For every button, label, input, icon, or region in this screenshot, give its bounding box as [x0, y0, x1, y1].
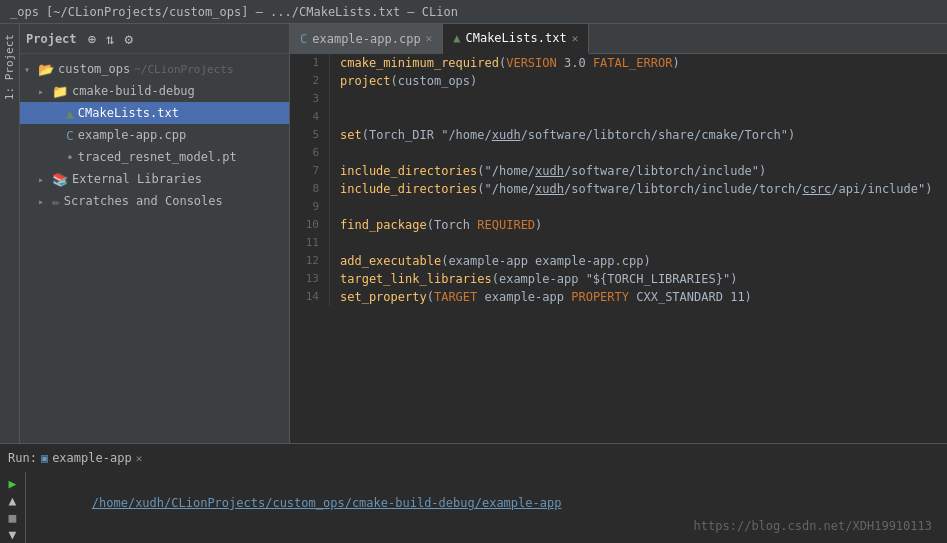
code-line-11: 11	[290, 234, 947, 252]
tree-label-cmakelists: CMakeLists.txt	[78, 106, 179, 120]
line-number-1: 1	[290, 54, 330, 72]
code-line-6: 6	[290, 144, 947, 162]
code-line-5: 5set(Torch_DIR "/home/xudh/software/libt…	[290, 126, 947, 144]
line-number-2: 2	[290, 72, 330, 90]
tree-label-custom_ops_root: custom_ops	[58, 62, 130, 76]
tree-arrow-cmake_build_debug: ▸	[38, 86, 52, 97]
run-tab-close[interactable]: ✕	[136, 452, 143, 465]
tree-item-scratches[interactable]: ▸✏Scratches and Consoles	[20, 190, 289, 212]
tree-label-external_libraries: External Libraries	[72, 172, 202, 186]
project-tab-label: 1: Project	[3, 34, 16, 100]
code-line-12: 12add_executable(example-app example-app…	[290, 252, 947, 270]
line-content-10: find_package(Torch REQUIRED)	[340, 216, 542, 234]
run-stop-button[interactable]: ■	[5, 510, 21, 525]
tab-bar: C example-app.cpp ✕ ▲ CMakeLists.txt ✕	[290, 24, 947, 54]
tree-icon-scratches: ✏	[52, 194, 60, 209]
tab-close-cmakelists_tab[interactable]: ✕	[572, 32, 579, 45]
code-line-3: 3	[290, 90, 947, 108]
collapse-icon[interactable]: ⇅	[103, 29, 117, 49]
line-number-10: 10	[290, 216, 330, 234]
tree-icon-traced_resnet: •	[66, 150, 74, 165]
tree-icon-external_libraries: 📚	[52, 172, 68, 187]
line-number-12: 12	[290, 252, 330, 270]
project-tree: ▾📂custom_ops~/CLionProjects▸📁cmake-build…	[20, 54, 289, 443]
line-number-11: 11	[290, 234, 330, 252]
tab-close-example_app_tab[interactable]: ✕	[426, 32, 433, 45]
run-play-button[interactable]: ▶	[5, 476, 21, 491]
gear-icon[interactable]: ⚙	[121, 29, 135, 49]
line-content-1: cmake_minimum_required(VERSION 3.0 FATAL…	[340, 54, 680, 72]
tab-icon-example_app_tab: C	[300, 32, 307, 46]
title-bar: _ops [~/CLionProjects/custom_ops] – .../…	[0, 0, 947, 24]
sync-icon[interactable]: ⊕	[85, 29, 99, 49]
tree-label-cmake_build_debug: cmake-build-debug	[72, 84, 195, 98]
line-content-7: include_directories("/home/xudh/software…	[340, 162, 766, 180]
tree-item-custom_ops_root[interactable]: ▾📂custom_ops~/CLionProjects	[20, 58, 289, 80]
title-text: _ops [~/CLionProjects/custom_ops] – .../…	[10, 5, 458, 19]
project-toolbar: Project ⊕ ⇅ ⚙	[20, 24, 289, 54]
run-text: Run:	[8, 451, 37, 465]
tree-sublabel-custom_ops_root: ~/CLionProjects	[134, 63, 233, 76]
line-content-5: set(Torch_DIR "/home/xudh/software/libto…	[340, 126, 795, 144]
tree-item-external_libraries[interactable]: ▸📚External Libraries	[20, 168, 289, 190]
code-line-13: 13target_link_libraries(example-app "${T…	[290, 270, 947, 288]
line-content-13: target_link_libraries(example-app "${TOR…	[340, 270, 737, 288]
code-line-2: 2project(custom_ops)	[290, 72, 947, 90]
watermark: https://blog.csdn.net/XDH19910113	[694, 519, 932, 533]
tree-arrow-scratches: ▸	[38, 196, 52, 207]
line-number-5: 5	[290, 126, 330, 144]
code-line-1: 1cmake_minimum_required(VERSION 3.0 FATA…	[290, 54, 947, 72]
run-up-button[interactable]: ▲	[5, 493, 21, 508]
code-line-8: 8include_directories("/home/xudh/softwar…	[290, 180, 947, 198]
tree-item-traced_resnet[interactable]: •traced_resnet_model.pt	[20, 146, 289, 168]
tree-label-traced_resnet: traced_resnet_model.pt	[78, 150, 237, 164]
tree-icon-cmake_build_debug: 📁	[52, 84, 68, 99]
tree-arrow-external_libraries: ▸	[38, 174, 52, 185]
line-number-13: 13	[290, 270, 330, 288]
tree-label-example_app_cpp: example-app.cpp	[78, 128, 186, 142]
line-number-6: 6	[290, 144, 330, 162]
line-content-12: add_executable(example-app example-app.c…	[340, 252, 651, 270]
project-panel: Project ⊕ ⇅ ⚙ ▾📂custom_ops~/CLionProject…	[20, 24, 290, 443]
code-line-7: 7include_directories("/home/xudh/softwar…	[290, 162, 947, 180]
run-label: Run: ▣ example-app ✕	[8, 451, 142, 465]
line-content-14: set_property(TARGET example-app PROPERTY…	[340, 288, 752, 306]
line-content-8: include_directories("/home/xudh/software…	[340, 180, 932, 198]
tree-icon-cmakelists: ▲	[66, 106, 74, 121]
left-project-tab[interactable]: 1: Project	[0, 24, 20, 443]
line-number-4: 4	[290, 108, 330, 126]
run-left-toolbar: ▶ ▲ ■ ▼ ≡ ⇌	[0, 472, 26, 543]
tab-label-example_app_tab: example-app.cpp	[312, 32, 420, 46]
line-content-2: project(custom_ops)	[340, 72, 477, 90]
run-down-button[interactable]: ▼	[5, 527, 21, 542]
line-number-14: 14	[290, 288, 330, 306]
tree-item-example_app_cpp[interactable]: Cexample-app.cpp	[20, 124, 289, 146]
tab-icon-cmakelists_tab: ▲	[453, 31, 460, 45]
tree-item-cmakelists[interactable]: ▲CMakeLists.txt	[20, 102, 289, 124]
tab-example_app_tab[interactable]: C example-app.cpp ✕	[290, 24, 443, 54]
code-line-10: 10find_package(Torch REQUIRED)	[290, 216, 947, 234]
line-number-3: 3	[290, 90, 330, 108]
line-number-9: 9	[290, 198, 330, 216]
tab-label-cmakelists_tab: CMakeLists.txt	[465, 31, 566, 45]
tree-label-scratches: Scratches and Consoles	[64, 194, 223, 208]
code-line-14: 14set_property(TARGET example-app PROPER…	[290, 288, 947, 306]
tree-arrow-custom_ops_root: ▾	[24, 64, 38, 75]
code-line-9: 9	[290, 198, 947, 216]
line-number-7: 7	[290, 162, 330, 180]
tree-icon-example_app_cpp: C	[66, 128, 74, 143]
main-container: 1: Project Project ⊕ ⇅ ⚙ ▾📂custom_ops~/C…	[0, 24, 947, 443]
run-tab-label: example-app	[52, 451, 131, 465]
tree-icon-custom_ops_root: 📂	[38, 62, 54, 77]
run-executable-path[interactable]: /home/xudh/CLionProjects/custom_ops/cmak…	[92, 496, 562, 510]
tree-item-cmake_build_debug[interactable]: ▸📁cmake-build-debug	[20, 80, 289, 102]
project-panel-title: Project	[26, 32, 77, 46]
tab-cmakelists_tab[interactable]: ▲ CMakeLists.txt ✕	[443, 24, 589, 54]
line-number-8: 8	[290, 180, 330, 198]
code-editor[interactable]: 1cmake_minimum_required(VERSION 3.0 FATA…	[290, 54, 947, 443]
code-line-4: 4	[290, 108, 947, 126]
run-header: Run: ▣ example-app ✕	[0, 444, 947, 472]
editor-area: C example-app.cpp ✕ ▲ CMakeLists.txt ✕ 1…	[290, 24, 947, 443]
